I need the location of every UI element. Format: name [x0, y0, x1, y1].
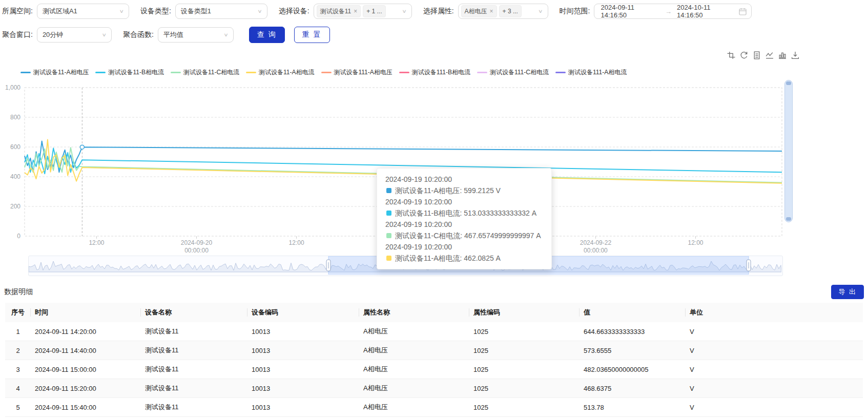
table-cell: 测试设备11 [141, 398, 247, 417]
table-cell: 测试设备11 [141, 379, 247, 398]
y-axis-tick-label: 600 [0, 143, 20, 151]
attribute-multiselect[interactable]: A相电压 × + 3 ... ∨ [458, 4, 548, 19]
chart-legend: 测试设备11-A相电压测试设备11-B相电流测试设备11-C相电流测试设备11-… [20, 68, 627, 77]
tooltip-series-value: 测试设备11-A相电压: 599.2125 V [385, 185, 543, 196]
legend-item-label: 测试设备11-A相电流 [259, 68, 314, 77]
table-cell: 测试设备11 [141, 322, 247, 341]
chevron-down-icon: ∨ [257, 8, 262, 14]
table-row: 22024-09-11 14:40:00测试设备1110013A相电压10255… [5, 341, 863, 360]
space-filter-label: 所属空间: [2, 7, 33, 16]
table-cell: V [686, 398, 863, 417]
bar-chart-icon[interactable] [778, 51, 787, 59]
space-select[interactable]: 测试区域A1 ∨ [37, 4, 129, 19]
agg-window-filter: 聚合窗口: 20分钟 ∨ [2, 27, 112, 43]
table-cell: A相电压 [359, 341, 469, 360]
line-chart-icon[interactable] [766, 51, 774, 59]
table-header-cell: 属性名称 [359, 303, 469, 322]
table-cell: 2024-09-11 15:00:00 [31, 360, 141, 379]
legend-item-label: 测试设备111-A相电流 [568, 68, 627, 77]
agg-window-select[interactable]: 20分钟 ∨ [37, 27, 112, 43]
legend-item[interactable]: 测试设备11-B相电流 [95, 68, 163, 77]
datazoom-handle[interactable] [786, 81, 791, 85]
reset-button[interactable]: 重 置 [294, 27, 330, 43]
table-cell: V [686, 322, 863, 341]
x-axis-tick-label: 2024-09-22 00:00:00 [580, 239, 611, 255]
table-header-cell: 设备编码 [247, 303, 359, 322]
table-cell: 10013 [247, 398, 359, 417]
filter-row-2: 聚合窗口: 20分钟 ∨ 聚合函数: 平均值 ∨ 查 询 重 置 [0, 20, 868, 44]
table-header-cell: 设备名称 [141, 303, 247, 322]
x-axis-tick-label: 12:00 [89, 239, 104, 247]
legend-item[interactable]: 测试设备11-A相电流 [246, 68, 314, 77]
table-cell: A相电压 [359, 360, 469, 379]
legend-item[interactable]: 测试设备111-B相电流 [399, 68, 470, 77]
series-marker [386, 211, 391, 216]
table-cell: 482.03650000000005 [580, 360, 686, 379]
legend-item[interactable]: 测试设备111-C相电流 [477, 68, 549, 77]
tooltip-series-value: 测试设备11-C相电流: 467.65749999999997 A [385, 230, 543, 241]
chart-tooltip: 2024-09-19 10:20:00测试设备11-A相电压: 599.2125… [377, 168, 552, 269]
table-header-row: 序号时间设备名称设备编码属性名称属性编码值单位 [5, 303, 863, 322]
table-cell: 10013 [247, 341, 359, 360]
device-multiselect[interactable]: 测试设备11 × + 1 ... ∨ [314, 4, 412, 19]
device-tag-label: 测试设备11 [320, 7, 351, 16]
close-icon[interactable]: × [354, 8, 357, 15]
data-table: 序号时间设备名称设备编码属性名称属性编码值单位 12024-09-11 14:2… [5, 303, 863, 417]
device-filter-label: 选择设备: [279, 7, 309, 16]
legend-item[interactable]: 测试设备11-A相电压 [20, 68, 89, 77]
series-marker [386, 256, 391, 261]
agg-func-value: 平均值 [163, 30, 183, 39]
device-type-select[interactable]: 设备类型1 ∨ [175, 4, 267, 19]
legend-item[interactable]: 测试设备11-C相电流 [171, 68, 239, 77]
table-cell: V [686, 379, 863, 398]
legend-marker [246, 72, 256, 73]
table-cell: 1025 [469, 322, 580, 341]
detail-title: 数据明细 [4, 287, 33, 297]
query-button[interactable]: 查 询 [249, 27, 285, 43]
legend-item[interactable]: 测试设备111-A相电压 [321, 68, 392, 77]
table-header-cell: 时间 [31, 303, 141, 322]
table-cell: V [686, 341, 863, 360]
attribute-more-tag[interactable]: + 3 ... [499, 5, 522, 17]
legend-item-label: 测试设备111-A相电压 [334, 68, 392, 77]
device-more-tag[interactable]: + 1 ... [363, 5, 385, 17]
vertical-datazoom-slider[interactable] [784, 80, 793, 222]
table-cell: 2024-09-11 14:20:00 [31, 322, 141, 341]
table-cell: 1025 [469, 398, 580, 417]
table-cell: 573.6555 [580, 341, 686, 360]
legend-item-label: 测试设备111-C相电流 [490, 68, 549, 77]
device-filter: 选择设备: 测试设备11 × + 1 ... ∨ [279, 4, 412, 19]
time-range-picker[interactable]: 2024-09-11 14:16:50 → 2024-10-11 14:16:5… [594, 4, 752, 19]
agg-func-label: 聚合函数: [123, 30, 154, 39]
time-range-filter: 时间范围: 2024-09-11 14:16:50 → 2024-10-11 1… [560, 4, 752, 19]
close-icon[interactable]: × [490, 8, 493, 15]
table-cell: V [686, 360, 863, 379]
tooltip-time: 2024-09-19 10:20:00 [385, 241, 543, 253]
table-header-cell: 值 [580, 303, 686, 322]
datazoom-handle[interactable] [786, 217, 791, 221]
restore-icon[interactable] [740, 51, 748, 59]
table-cell: 2024-09-11 15:20:00 [31, 379, 141, 398]
table-row: 52024-09-11 15:40:00测试设备1110013A相电压10255… [5, 398, 863, 417]
legend-marker [555, 72, 566, 73]
y-axis-tick-label: 400 [0, 173, 20, 180]
export-button[interactable]: 导 出 [831, 285, 864, 299]
table-cell: 4 [5, 379, 31, 398]
attribute-filter: 选择属性: A相电压 × + 3 ... ∨ [423, 4, 548, 19]
chevron-down-icon: ∨ [101, 32, 107, 37]
agg-func-select[interactable]: 平均值 ∨ [158, 27, 234, 43]
zoom-select-icon[interactable] [727, 51, 735, 59]
table-cell: A相电压 [359, 379, 469, 398]
table-cell: A相电压 [359, 398, 469, 417]
legend-item-label: 测试设备11-B相电流 [108, 68, 163, 77]
table-cell: 1 [5, 322, 31, 341]
table-header-cell: 属性编码 [469, 303, 580, 322]
save-image-icon[interactable] [791, 51, 799, 59]
table-cell: 1025 [469, 341, 580, 360]
chevron-down-icon: ∨ [223, 32, 229, 37]
data-view-icon[interactable] [753, 51, 761, 59]
space-select-value: 测试区域A1 [43, 7, 77, 16]
legend-item[interactable]: 测试设备111-A相电流 [555, 68, 627, 77]
tooltip-time: 2024-09-19 10:20:00 [385, 196, 543, 207]
chart-toolbox [727, 51, 799, 59]
